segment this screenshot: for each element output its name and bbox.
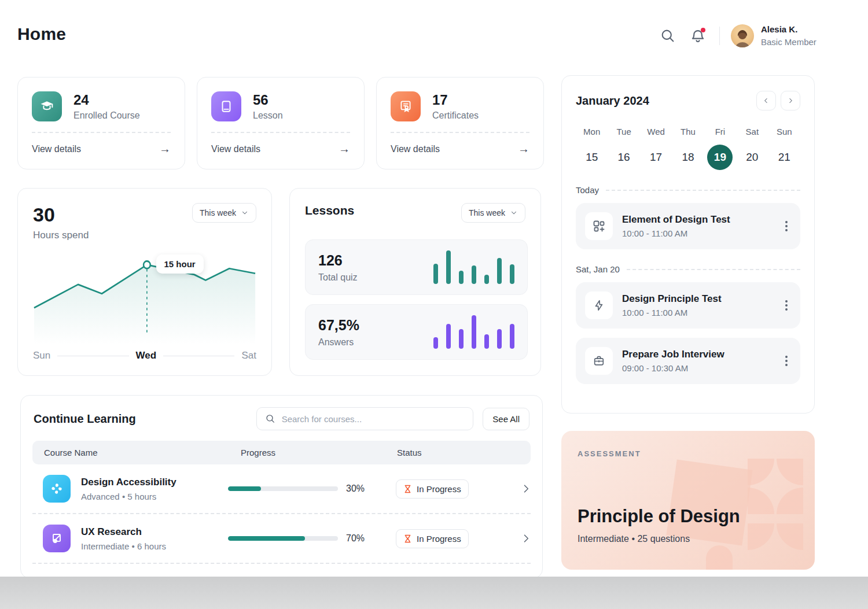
calendar-day-20[interactable]: 20 bbox=[740, 145, 765, 170]
total-quiz-box: 126 Total quiz bbox=[305, 239, 528, 295]
decorative-petal bbox=[748, 523, 774, 550]
stat-card-enrolled: 24 Enrolled Course View details → bbox=[17, 77, 185, 169]
graduation-cap-icon bbox=[32, 91, 62, 121]
assessment-meta: Intermediate • 25 questions bbox=[578, 534, 690, 544]
progress-bar bbox=[228, 486, 338, 491]
lessons-card: Lessons This week 126 Total quiz 67,5% A… bbox=[289, 188, 541, 376]
page-title: Home bbox=[17, 24, 66, 44]
calendar-prev-button[interactable] bbox=[756, 91, 776, 110]
calendar-month: January 2024 bbox=[576, 94, 649, 108]
status-badge[interactable]: In Progress bbox=[396, 529, 469, 548]
hours-filter-dropdown[interactable]: This week bbox=[192, 203, 256, 223]
stat-label: Lesson bbox=[253, 110, 283, 121]
search-icon bbox=[265, 413, 275, 425]
stat-value: 24 bbox=[73, 92, 140, 108]
event-design-principle-test[interactable]: Design Principle Test 10:00 - 11:00 AM bbox=[576, 282, 800, 329]
decorative-petal bbox=[706, 545, 733, 570]
calendar-card: January 2024 Mon Tue Wed Thu Fri Sat Sun… bbox=[561, 75, 815, 414]
continue-learning-card: Continue Learning See All Course Name Pr… bbox=[20, 395, 543, 578]
arrow-right-icon: → bbox=[518, 142, 529, 156]
hours-line-chart: 15 hour bbox=[32, 246, 258, 345]
kebab-menu-icon[interactable] bbox=[782, 352, 791, 370]
calendar-day-15[interactable]: 15 bbox=[579, 145, 605, 170]
answers-value: 67,5% bbox=[318, 317, 359, 334]
notification-dot bbox=[701, 28, 705, 32]
calendar-day-16[interactable]: 16 bbox=[611, 145, 637, 170]
view-details-link[interactable]: View details → bbox=[32, 142, 171, 156]
status-badge[interactable]: In Progress bbox=[396, 479, 469, 499]
view-details-link[interactable]: View details → bbox=[211, 142, 350, 156]
column-status: Status bbox=[397, 448, 531, 457]
calendar-day-17[interactable]: 17 bbox=[643, 145, 669, 170]
chart-tooltip: 15 hour bbox=[156, 254, 204, 274]
avatar[interactable] bbox=[731, 24, 754, 47]
calendar-day-18[interactable]: 18 bbox=[675, 145, 701, 170]
total-quiz-bar-chart bbox=[433, 250, 514, 284]
ux-shape-icon bbox=[43, 525, 71, 552]
progress-label: 30% bbox=[346, 483, 365, 494]
pinwheel-icon bbox=[43, 475, 71, 503]
calendar-next-button[interactable] bbox=[781, 91, 800, 110]
arrow-right-icon: → bbox=[339, 142, 350, 156]
total-quiz-label: Total quiz bbox=[318, 272, 358, 283]
notification-bell-icon[interactable] bbox=[690, 28, 706, 44]
total-quiz-value: 126 bbox=[318, 252, 358, 269]
certificate-icon bbox=[391, 91, 421, 121]
lessons-filter-dropdown[interactable]: This week bbox=[461, 203, 525, 223]
course-search-box[interactable] bbox=[256, 407, 473, 430]
chevron-right-icon[interactable] bbox=[520, 483, 532, 494]
search-icon[interactable] bbox=[660, 28, 676, 44]
stat-label: Enrolled Course bbox=[73, 110, 140, 121]
calendar-day-21[interactable]: 21 bbox=[771, 145, 797, 170]
event-prepare-job-interview[interactable]: Prepare Job Interview 09:00 - 10:30 AM bbox=[576, 338, 800, 384]
chevron-down-icon bbox=[510, 209, 518, 217]
schedule-section-label: Today bbox=[576, 185, 599, 195]
continue-learning-title: Continue Learning bbox=[34, 412, 247, 426]
stat-card-lesson: 56 Lesson View details → bbox=[197, 77, 365, 169]
chevron-right-icon[interactable] bbox=[520, 533, 532, 544]
stat-value: 56 bbox=[253, 92, 283, 108]
answers-box: 67,5% Answers bbox=[305, 304, 528, 360]
decorative-square bbox=[666, 459, 752, 545]
dashed-divider bbox=[32, 132, 171, 133]
stat-label: Certificates bbox=[432, 110, 479, 121]
column-progress: Progress bbox=[241, 448, 397, 457]
assessment-card[interactable]: ASSESSMENT Principle of Design Intermedi… bbox=[561, 431, 815, 570]
lightning-icon bbox=[585, 291, 613, 319]
user-role: Basic Member bbox=[761, 37, 816, 47]
book-icon bbox=[211, 91, 241, 121]
search-input[interactable] bbox=[282, 414, 465, 424]
table-row-design-accessibility[interactable]: Design Accessibility Advanced • 5 hours … bbox=[32, 464, 531, 513]
assessment-title: Principle of Design bbox=[578, 506, 740, 527]
view-details-link[interactable]: View details → bbox=[391, 142, 529, 156]
decorative-petal bbox=[748, 459, 774, 485]
progress-bar bbox=[228, 536, 338, 541]
table-header: Course Name Progress Status bbox=[32, 441, 531, 464]
calendar-day-19-selected[interactable]: 19 bbox=[707, 145, 733, 170]
table-row-ux-research[interactable]: UX Research Intermediate • 6 hours 70% I… bbox=[32, 514, 531, 563]
arrow-right-icon: → bbox=[159, 142, 171, 156]
chevron-down-icon bbox=[241, 209, 249, 217]
screenshot-bottom-edge bbox=[0, 577, 868, 609]
progress-label: 70% bbox=[346, 533, 365, 544]
components-icon bbox=[585, 212, 613, 240]
chevron-left-icon bbox=[762, 97, 770, 105]
decorative-petal bbox=[777, 459, 803, 485]
dashed-divider bbox=[211, 132, 350, 133]
see-all-button[interactable]: See All bbox=[483, 408, 529, 430]
hourglass-icon bbox=[403, 534, 412, 543]
kebab-menu-icon[interactable] bbox=[782, 297, 791, 314]
dashed-divider bbox=[32, 563, 531, 564]
dashed-divider bbox=[391, 132, 529, 133]
user-name[interactable]: Alesia K. bbox=[761, 24, 797, 34]
dashed-divider bbox=[606, 190, 800, 191]
answers-label: Answers bbox=[318, 337, 359, 348]
briefcase-icon bbox=[585, 347, 613, 375]
assessment-tag: ASSESSMENT bbox=[578, 449, 799, 458]
event-element-of-design-test[interactable]: Element of Design Test 10:00 - 11:00 AM bbox=[576, 203, 800, 249]
kebab-menu-icon[interactable] bbox=[782, 217, 791, 235]
decorative-petal bbox=[777, 488, 803, 514]
schedule-section-label: Sat, Jan 20 bbox=[576, 264, 620, 274]
hourglass-icon bbox=[403, 485, 412, 493]
decorative-petal bbox=[748, 488, 774, 514]
